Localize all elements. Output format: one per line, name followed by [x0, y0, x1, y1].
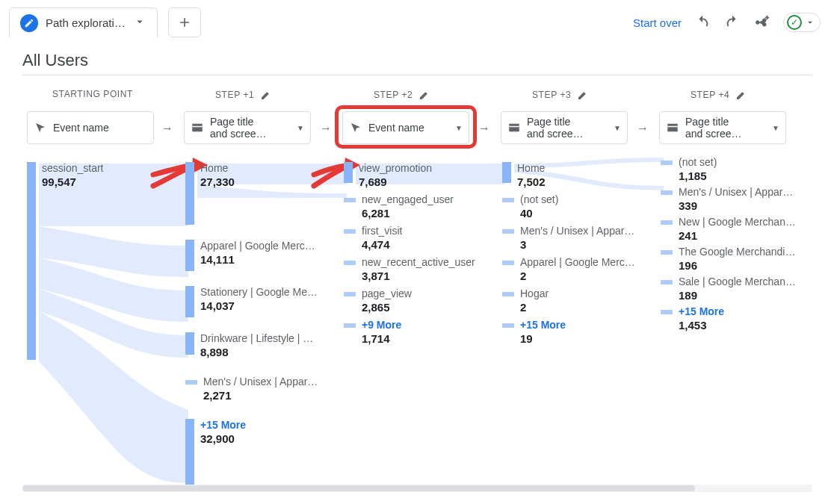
step-arrow-icon: →: [478, 122, 490, 135]
path-node[interactable]: session_start99,547: [27, 162, 103, 360]
path-node[interactable]: Men's / Unisex | Appar…2,271: [185, 376, 318, 402]
node-label: new_recent_active_user: [362, 256, 475, 270]
node-value: 7,502: [517, 175, 546, 190]
node-label: Men's / Unisex | Appar…: [203, 376, 318, 389]
redo-icon[interactable]: [723, 13, 741, 31]
start-over-button[interactable]: Start over: [633, 16, 682, 29]
top-bar: Path explorati… Start over ✓: [0, 0, 834, 39]
page-icon: [666, 121, 679, 134]
path-node[interactable]: Hogar2: [502, 287, 549, 314]
node-value: 7,689: [359, 175, 432, 190]
node-value: 339: [679, 199, 793, 214]
path-node[interactable]: Sale | Google Merchan…189: [661, 276, 796, 302]
check-icon: ✓: [787, 15, 802, 30]
pill-step4[interactable]: Page title and scree… ▼: [659, 111, 786, 144]
node-label: +15 More: [200, 419, 246, 432]
node-label: +15 More: [520, 319, 566, 332]
path-node[interactable]: first_visit4,474: [344, 225, 402, 252]
chevron-down-icon: ▼: [614, 124, 621, 132]
horizontal-scrollbar[interactable]: [22, 485, 812, 492]
step-arrow-icon: →: [320, 122, 332, 135]
page-title: All Users: [22, 51, 812, 75]
node-value: 99,547: [42, 175, 103, 190]
status-pill[interactable]: ✓: [783, 13, 821, 32]
pill-start[interactable]: Event name: [27, 111, 154, 144]
node-value: 189: [679, 289, 796, 303]
path-node[interactable]: Drinkware | Lifestyle | …8,898: [185, 332, 313, 359]
chevron-down-icon[interactable]: [133, 15, 146, 31]
step-arrow-icon: →: [637, 122, 649, 135]
node-value: 40: [520, 207, 558, 221]
path-node[interactable]: +15 More19: [502, 319, 566, 346]
node-value: 196: [679, 259, 795, 273]
path-node[interactable]: Stationery | Google Me…14,037: [185, 286, 318, 317]
path-node[interactable]: new_engaged_user6,281: [344, 193, 454, 220]
path-node[interactable]: Apparel | Google Merc…14,111: [185, 240, 315, 271]
path-node[interactable]: Men's / Unisex | Appar…339: [661, 186, 793, 213]
path-node[interactable]: Apparel | Google Merc…2: [502, 256, 635, 283]
pencil-icon: [20, 14, 38, 32]
path-node[interactable]: (not set)1,185: [661, 156, 717, 183]
node-value: 2,865: [362, 301, 412, 315]
top-actions: Start over ✓: [633, 13, 825, 32]
col-header-2: STEP +2: [374, 89, 430, 101]
node-value: 6,281: [362, 207, 454, 221]
col-header-3: STEP +3: [532, 89, 589, 101]
node-value: 8,898: [200, 346, 313, 360]
pencil-icon[interactable]: [260, 89, 272, 101]
node-value: 32,900: [200, 432, 246, 447]
node-value: 14,037: [200, 299, 318, 314]
pencil-icon[interactable]: [577, 89, 589, 101]
add-tab-button[interactable]: [168, 7, 201, 37]
node-label: New | Google Merchan…: [679, 216, 796, 229]
node-label: Men's / Unisex | Appar…: [679, 186, 793, 199]
path-node[interactable]: +15 More32,900: [185, 419, 246, 492]
step-arrow-icon: →: [161, 122, 173, 135]
node-value: 14,111: [200, 253, 315, 267]
node-value: 27,330: [200, 175, 235, 190]
node-label: (not set): [520, 193, 558, 207]
cursor-icon: [34, 121, 47, 134]
path-node[interactable]: +9 More1,714: [344, 319, 401, 346]
pill-step2[interactable]: Event name ▼: [342, 111, 469, 144]
cursor-icon: [349, 121, 362, 134]
path-node[interactable]: Home27,330: [185, 162, 235, 225]
node-label: Stationery | Google Me…: [200, 286, 318, 299]
path-node[interactable]: The Google Merchandi…196: [661, 246, 795, 273]
path-node[interactable]: Men's / Unisex | Appar…3: [502, 225, 634, 252]
node-value: 241: [679, 229, 796, 243]
content-area: All Users: [0, 39, 834, 501]
node-value: 3,871: [362, 270, 475, 284]
share-icon[interactable]: [753, 13, 771, 31]
exploration-tab[interactable]: Path explorati…: [9, 7, 158, 37]
path-node[interactable]: view_promotion7,689: [344, 162, 432, 189]
node-label: new_engaged_user: [362, 193, 454, 207]
page-icon: [507, 121, 521, 134]
node-value: 1,714: [362, 332, 401, 346]
tab-title: Path explorati…: [46, 16, 126, 29]
node-label: Apparel | Google Merc…: [520, 256, 635, 270]
node-value: 3: [520, 238, 634, 252]
chevron-down-icon: ▼: [297, 124, 304, 132]
path-node[interactable]: New | Google Merchan…241: [661, 216, 796, 243]
path-node[interactable]: new_recent_active_user3,871: [344, 256, 475, 283]
node-label: page_view: [362, 287, 412, 301]
pill-step3[interactable]: Page title and scree… ▼: [501, 111, 628, 144]
chevron-down-icon: ▼: [772, 124, 779, 132]
node-value: 19: [520, 332, 566, 346]
pill-step1[interactable]: Page title and scree… ▼: [184, 111, 311, 144]
page-icon: [191, 121, 204, 134]
node-value: 1,185: [679, 169, 717, 184]
path-node[interactable]: Home7,502: [502, 162, 546, 189]
path-node[interactable]: (not set)40: [502, 193, 558, 220]
pencil-icon[interactable]: [418, 89, 430, 101]
pencil-icon[interactable]: [735, 89, 747, 101]
node-label: Sale | Google Merchan…: [679, 276, 796, 289]
node-label: first_visit: [362, 225, 402, 238]
path-node[interactable]: +15 More1,453: [661, 305, 724, 332]
node-label: session_start: [42, 162, 103, 175]
node-value: 2: [520, 270, 635, 284]
node-label: +15 More: [679, 305, 724, 319]
path-node[interactable]: page_view2,865: [344, 287, 412, 314]
undo-icon[interactable]: [694, 13, 711, 31]
